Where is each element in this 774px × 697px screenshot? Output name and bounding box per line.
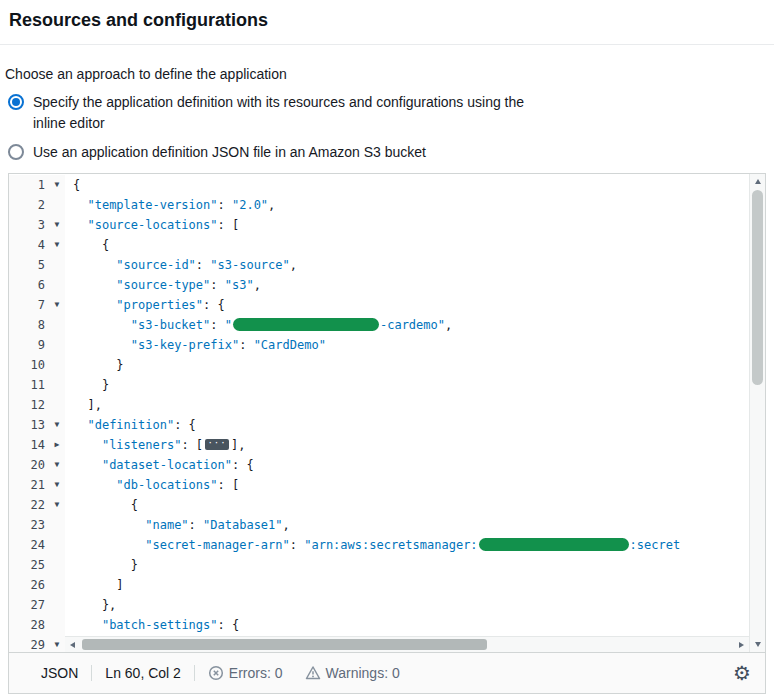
code-line[interactable]: 22▼ { <box>9 495 749 515</box>
code-content[interactable]: { <box>65 495 138 515</box>
code-content[interactable]: "secret-manager-arn": "arn:aws:secretsma… <box>65 535 680 555</box>
scroll-right-button[interactable] <box>734 637 749 652</box>
fold-toggle-icon[interactable]: ▼ <box>49 175 65 195</box>
code-token <box>73 218 87 232</box>
line-number: 14 <box>9 435 49 455</box>
fold-toggle-icon[interactable]: ▼ <box>49 235 65 255</box>
settings-gear-icon[interactable]: ⚙ <box>733 663 751 683</box>
code-content[interactable]: ] <box>65 575 124 595</box>
code-token: "s3" <box>225 278 254 292</box>
code-line[interactable]: 6 "source-type": "s3", <box>9 275 749 295</box>
code-line[interactable]: 27 }, <box>9 595 749 615</box>
code-content[interactable]: "db-locations": [ <box>65 475 239 495</box>
code-content[interactable]: "properties": { <box>65 295 225 315</box>
approach-field-label: Choose an approach to define the applica… <box>5 66 774 82</box>
fold-toggle-icon[interactable]: ▶ <box>49 435 65 455</box>
code-token: "CardDemo" <box>254 338 326 352</box>
fold-toggle-icon[interactable]: ▼ <box>49 295 65 315</box>
horizontal-scroll-thumb[interactable] <box>82 639 487 650</box>
fold-toggle-icon[interactable]: ▼ <box>49 215 65 235</box>
code-content[interactable]: "template-version": "2.0", <box>65 195 275 215</box>
gutter-cell: 8 <box>9 315 65 335</box>
radio-option-label: Specify the application definition with … <box>33 92 553 134</box>
radio-unselected-icon[interactable] <box>8 144 24 160</box>
gutter-cell: 29▼ <box>9 635 65 652</box>
gutter-cell: 6 <box>9 275 65 295</box>
gutter-cell: 12 <box>9 395 65 415</box>
status-divider <box>194 665 195 681</box>
code-content[interactable]: } <box>65 375 109 395</box>
collapsed-fold-widget[interactable] <box>205 439 229 450</box>
code-content[interactable]: "source-locations": [ <box>65 215 239 235</box>
line-number: 10 <box>9 355 49 375</box>
code-line[interactable]: 10 } <box>9 355 749 375</box>
code-line[interactable]: 8 "s3-bucket": "-cardemo", <box>9 315 749 335</box>
code-line[interactable]: 11 } <box>9 375 749 395</box>
arrow-up-icon <box>755 179 761 184</box>
code-line[interactable]: 2 "template-version": "2.0", <box>9 195 749 215</box>
gutter-cell: 1▼ <box>9 175 65 195</box>
code-line[interactable]: 28 "batch-settings": { <box>9 615 749 635</box>
code-line[interactable]: 3▼ "source-locations": [ <box>9 215 749 235</box>
code-line[interactable]: 21▼ "db-locations": [ <box>9 475 749 495</box>
code-content[interactable]: }, <box>65 595 116 615</box>
code-content[interactable]: "listeners": [], <box>65 435 246 455</box>
code-line[interactable]: 20▼ "dataset-location": { <box>9 455 749 475</box>
gutter-cell: 2 <box>9 195 65 215</box>
horizontal-scroll-track[interactable] <box>80 637 734 652</box>
line-number: 7 <box>9 295 49 315</box>
fold-toggle-icon[interactable]: ▼ <box>49 635 65 652</box>
code-content[interactable]: "source-type": "s3", <box>65 275 261 295</box>
code-line[interactable]: 4▼ { <box>9 235 749 255</box>
code-line[interactable]: 24 "secret-manager-arn": "arn:aws:secret… <box>9 535 749 555</box>
fold-spacer <box>49 535 65 555</box>
code-content[interactable]: } <box>65 355 124 375</box>
code-line[interactable]: 26 ] <box>9 575 749 595</box>
radio-selected-icon[interactable] <box>8 94 24 110</box>
code-content[interactable]: { <box>65 175 80 195</box>
fold-spacer <box>49 595 65 615</box>
code-line[interactable]: 13▼ "definition": { <box>9 415 749 435</box>
code-content[interactable]: "definition": { <box>65 415 196 435</box>
code-token: "Database1" <box>203 518 282 532</box>
fold-toggle-icon[interactable]: ▼ <box>49 415 65 435</box>
scroll-left-button[interactable] <box>65 637 80 652</box>
code-content[interactable]: ], <box>65 395 102 415</box>
scroll-up-button[interactable] <box>750 174 765 189</box>
vertical-scrollbar[interactable] <box>749 174 765 652</box>
scroll-down-button[interactable] <box>750 637 765 652</box>
code-content[interactable]: "batch-settings": { <box>65 615 239 635</box>
code-content[interactable]: "source-id": "s3-source", <box>65 255 297 275</box>
fold-toggle-icon[interactable]: ▼ <box>49 475 65 495</box>
code-content[interactable]: "s3-key-prefix": "CardDemo" <box>65 335 326 355</box>
fold-toggle-icon[interactable]: ▼ <box>49 455 65 475</box>
radio-option-s3-json-file[interactable]: Use an application definition JSON file … <box>8 142 774 163</box>
panel-header: Resources and configurations <box>0 0 774 45</box>
code-token: } <box>73 558 138 572</box>
code-token: : [ <box>218 218 240 232</box>
vertical-scroll-track[interactable] <box>750 189 765 637</box>
code-token: "secret-manager-arn" <box>145 538 290 552</box>
code-content[interactable]: "name": "Database1", <box>65 515 290 535</box>
radio-option-inline-editor[interactable]: Specify the application definition with … <box>8 92 774 134</box>
code-content[interactable]: } <box>65 555 138 575</box>
editor-pane[interactable]: 1▼{2 "template-version": "2.0",3▼ "sourc… <box>9 174 765 653</box>
code-line[interactable]: 1▼{ <box>9 175 749 195</box>
horizontal-scrollbar[interactable] <box>65 636 749 652</box>
code-content[interactable]: { <box>65 235 109 255</box>
code-line[interactable]: 25 } <box>9 555 749 575</box>
code-lines[interactable]: 1▼{2 "template-version": "2.0",3▼ "sourc… <box>9 174 749 652</box>
code-line[interactable]: 7▼ "properties": { <box>9 295 749 315</box>
code-token: , <box>445 318 452 332</box>
code-content[interactable]: "dataset-location": { <box>65 455 254 475</box>
fold-toggle-icon[interactable]: ▼ <box>49 495 65 515</box>
gutter-cell: 3▼ <box>9 215 65 235</box>
code-token: { <box>73 178 80 192</box>
code-line[interactable]: 23 "name": "Database1", <box>9 515 749 535</box>
code-line[interactable]: 12 ], <box>9 395 749 415</box>
code-content[interactable]: "s3-bucket": "-cardemo", <box>65 315 452 335</box>
code-line[interactable]: 14▶ "listeners": [], <box>9 435 749 455</box>
code-line[interactable]: 9 "s3-key-prefix": "CardDemo" <box>9 335 749 355</box>
code-line[interactable]: 5 "source-id": "s3-source", <box>9 255 749 275</box>
vertical-scroll-thumb[interactable] <box>752 190 763 385</box>
